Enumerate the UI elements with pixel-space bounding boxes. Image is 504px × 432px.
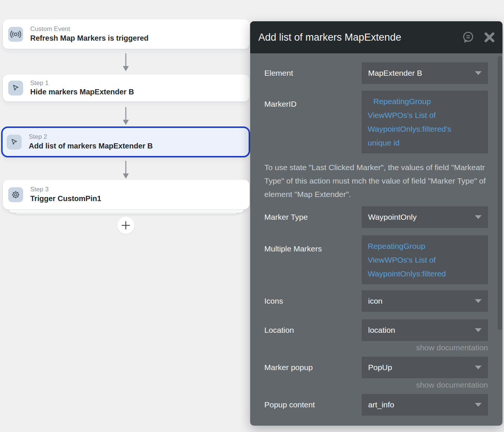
cursor-icon bbox=[8, 81, 23, 96]
expression-line: ViewWPOs's List of bbox=[368, 108, 482, 122]
card-kind-label: Step 1 bbox=[30, 80, 134, 87]
flow-arrow-icon bbox=[121, 106, 130, 126]
dropdown-value: WaypointOnly bbox=[368, 213, 417, 222]
multiple-markers-expression[interactable]: RepeatingGroup ViewWPOs's List of Waypoi… bbox=[362, 235, 488, 284]
field-row-popup-content: Popup content art_info bbox=[264, 394, 488, 416]
cursor-icon bbox=[7, 135, 22, 150]
comment-icon[interactable] bbox=[461, 31, 475, 44]
gear-icon bbox=[8, 187, 23, 202]
dropdown-value: PopUp bbox=[368, 363, 392, 372]
show-documentation-link[interactable]: show documentation bbox=[264, 343, 488, 352]
chevron-down-icon bbox=[475, 366, 482, 369]
card-title: Refresh Map Markers is triggered bbox=[30, 34, 149, 43]
marker-type-dropdown[interactable]: WaypointOnly bbox=[362, 206, 488, 228]
expression-line: ViewWPOs's List of bbox=[368, 253, 482, 267]
expression-line: unique id bbox=[368, 136, 482, 150]
panel-title: Add list of markers MapExtende bbox=[258, 32, 461, 43]
add-action-button[interactable] bbox=[117, 217, 134, 234]
card-kind-label: Custom Event bbox=[30, 26, 149, 33]
marker-popup-dropdown[interactable]: PopUp bbox=[362, 357, 488, 378]
card-title: Hide markers MapExtender B bbox=[30, 88, 134, 96]
close-icon[interactable] bbox=[484, 32, 495, 43]
panel-scrollbar-thumb[interactable] bbox=[498, 56, 502, 330]
card-kind-label: Step 2 bbox=[29, 134, 153, 141]
field-row-location: Location location bbox=[264, 319, 488, 341]
flow-arrow-icon bbox=[121, 53, 130, 72]
chevron-down-icon bbox=[475, 328, 482, 332]
icons-dropdown[interactable]: icon bbox=[362, 290, 488, 312]
workflow-card-step-3[interactable]: Step 3 Trigger CustomPin1 bbox=[3, 180, 249, 209]
popup-content-dropdown[interactable]: art_info bbox=[362, 394, 488, 416]
chevron-down-icon bbox=[475, 215, 482, 219]
location-dropdown[interactable]: location bbox=[362, 319, 488, 341]
broadcast-icon bbox=[8, 27, 23, 42]
flow-arrow-icon bbox=[121, 160, 130, 179]
marker-id-expression[interactable]: RepeatingGroup ViewWPOs's List of Waypoi… bbox=[362, 91, 488, 153]
expression-line: WaypointOnlys:filtered's bbox=[368, 122, 482, 136]
element-dropdown[interactable]: MapExtender B bbox=[362, 62, 488, 84]
dropdown-value: icon bbox=[368, 297, 383, 306]
dropdown-value: art_info bbox=[368, 400, 394, 409]
field-row-marker-id: MarkerID RepeatingGroup ViewWPOs's List … bbox=[264, 91, 488, 153]
card-kind-label: Step 3 bbox=[30, 186, 101, 193]
workflow-card-step-2-selected[interactable]: Step 2 Add list of markers MapExtender B bbox=[1, 126, 250, 157]
plus-icon bbox=[122, 221, 130, 229]
action-properties-panel: Add list of markers MapExtende Element M… bbox=[250, 21, 503, 426]
state-usage-note: To use state "Last Clicked Marker", the … bbox=[264, 161, 488, 201]
expression-line: RepeatingGroup bbox=[368, 239, 482, 253]
panel-header: Add list of markers MapExtende bbox=[250, 21, 503, 53]
show-documentation-link[interactable]: show documentation bbox=[264, 381, 488, 389]
chevron-down-icon bbox=[475, 299, 482, 303]
workflow-card-step-1[interactable]: Step 1 Hide markers MapExtender B bbox=[3, 75, 249, 101]
expression-line: RepeatingGroup bbox=[368, 94, 482, 108]
field-label: Marker popup bbox=[264, 363, 350, 372]
workflow-card-custom-event[interactable]: Custom Event Refresh Map Markers is trig… bbox=[3, 19, 249, 49]
field-row-multiple-markers: Multiple Markers RepeatingGroup ViewWPOs… bbox=[264, 235, 488, 284]
card-title: Add list of markers MapExtender B bbox=[29, 142, 153, 150]
field-label: Element bbox=[264, 69, 350, 78]
panel-body: Element MapExtender B MarkerID Repeating… bbox=[250, 62, 503, 416]
field-label: Icons bbox=[264, 297, 350, 306]
dropdown-value: MapExtender B bbox=[368, 69, 422, 78]
field-label: MarkerID bbox=[264, 91, 350, 153]
field-row-icons: Icons icon bbox=[264, 290, 488, 312]
field-row-element: Element MapExtender B bbox=[264, 62, 488, 84]
chevron-down-icon bbox=[475, 403, 482, 407]
field-label: Marker Type bbox=[264, 213, 350, 222]
expression-line: WaypointOnlys:filtered bbox=[368, 267, 482, 281]
card-title: Trigger CustomPin1 bbox=[30, 194, 101, 203]
field-row-marker-popup: Marker popup PopUp bbox=[264, 357, 488, 378]
field-label: Multiple Markers bbox=[264, 235, 350, 284]
dropdown-value: location bbox=[368, 326, 395, 335]
field-row-marker-type: Marker Type WaypointOnly bbox=[264, 206, 488, 228]
field-label: Location bbox=[264, 326, 350, 335]
field-label: Popup content bbox=[264, 400, 350, 409]
chevron-down-icon bbox=[475, 71, 482, 75]
